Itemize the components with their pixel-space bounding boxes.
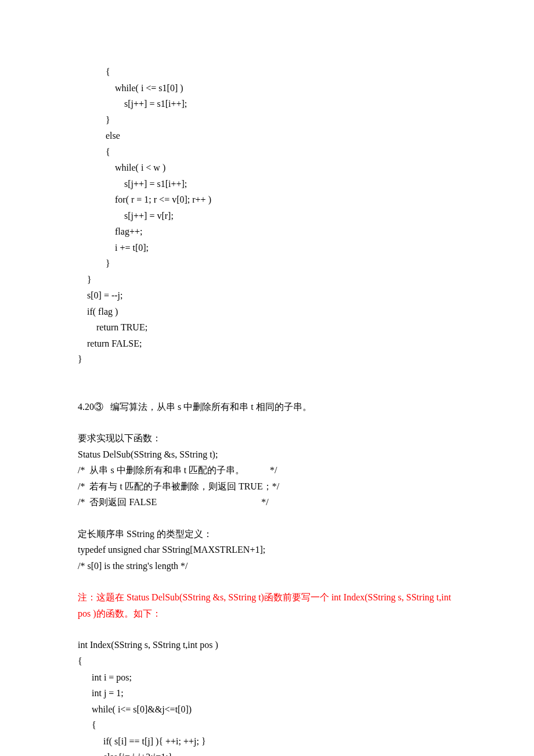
code-block-bottom: int Index(SString s, SString t,int pos )…: [78, 637, 456, 756]
typedef-comment: /* s[0] is the string's length */: [78, 558, 456, 574]
code-line: flag++;: [78, 224, 456, 240]
code-line: {: [78, 653, 456, 669]
code-line: while( i < w ): [78, 160, 456, 176]
typedef-line: typedef unsigned char SString[MAXSTRLEN+…: [78, 542, 456, 558]
requirement-heading: 要求实现以下函数：: [78, 430, 456, 447]
code-line: }: [78, 351, 456, 368]
code-line: {: [78, 64, 456, 80]
comment-line: /* 若有与 t 匹配的子串被删除，则返回 TRUE；*/: [78, 478, 456, 495]
code-line: {: [78, 144, 456, 160]
code-line: while( i<= s[0]&&j<=t[0]): [78, 701, 456, 718]
code-line: }: [78, 272, 456, 288]
code-line: return FALSE;: [78, 336, 456, 352]
code-line: }: [78, 112, 456, 128]
code-block-top: { while( i <= s1[0] ) s[j++] = s1[i++]; …: [78, 64, 456, 368]
code-line: else: [78, 128, 456, 144]
document-page: { while( i <= s1[0] ) s[j++] = s1[i++]; …: [0, 0, 534, 756]
note-text: 注：这题在 Status DelSub(SString &s, SString …: [78, 589, 456, 621]
code-line: s[0] = --j;: [78, 287, 456, 304]
code-line: while( i <= s1[0] ): [78, 80, 456, 96]
spacer: [78, 415, 456, 430]
code-line: for( r = 1; r <= v[0]; r++ ): [78, 192, 456, 208]
code-line: s[j++] = v[r];: [78, 208, 456, 224]
code-line: return TRUE;: [78, 319, 456, 336]
spacer: [78, 510, 456, 526]
code-line: i += t[0];: [78, 240, 456, 256]
comment-line: /* 否则返回 FALSE */: [78, 494, 456, 510]
spacer: [78, 368, 456, 399]
function-signature: Status DelSub(SString &s, SString t);: [78, 447, 456, 463]
problem-title: 4.20③ 编写算法，从串 s 中删除所有和串 t 相同的子串。: [78, 399, 456, 415]
code-line: if( flag ): [78, 304, 456, 320]
code-line: if( s[i] == t[j] ){ ++i; ++j; }: [78, 733, 456, 750]
typedef-heading: 定长顺序串 SString 的类型定义：: [78, 526, 456, 542]
code-line: int j = 1;: [78, 685, 456, 701]
spacer: [78, 574, 456, 589]
code-line: s[j++] = s1[i++];: [78, 96, 456, 112]
code-line: int Index(SString s, SString t,int pos ): [78, 637, 456, 653]
code-line: s[j++] = s1[i++];: [78, 176, 456, 192]
spacer: [78, 621, 456, 637]
code-line: int i = pos;: [78, 669, 456, 686]
code-line: }: [78, 255, 456, 272]
comment-line: /* 从串 s 中删除所有和串 t 匹配的子串。 */: [78, 462, 456, 478]
code-line: else{i= i-j+2;j=1;}: [78, 749, 456, 756]
code-line: {: [78, 717, 456, 733]
